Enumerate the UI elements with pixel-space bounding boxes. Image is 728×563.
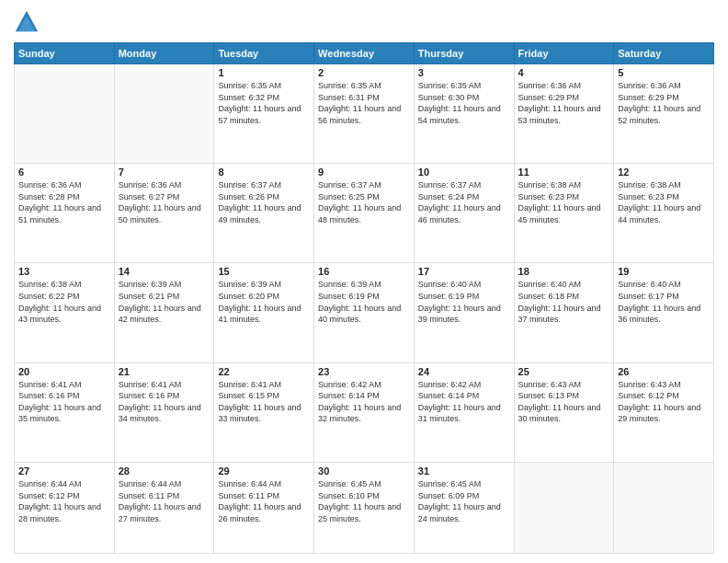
calendar-cell: 12Sunrise: 6:38 AMSunset: 6:23 PMDayligh… — [614, 164, 714, 263]
day-number: 25 — [518, 366, 610, 377]
day-info: Sunrise: 6:40 AMSunset: 6:18 PMDaylight:… — [518, 279, 610, 325]
calendar-cell: 7Sunrise: 6:36 AMSunset: 6:27 PMDaylight… — [114, 164, 214, 263]
day-info: Sunrise: 6:35 AMSunset: 6:31 PMDaylight:… — [318, 80, 410, 126]
day-number: 24 — [418, 366, 510, 377]
day-info: Sunrise: 6:37 AMSunset: 6:24 PMDaylight:… — [418, 179, 510, 225]
calendar-cell — [614, 462, 714, 553]
calendar-cell — [114, 64, 214, 164]
day-info: Sunrise: 6:36 AMSunset: 6:27 PMDaylight:… — [119, 179, 210, 225]
calendar-cell — [15, 64, 115, 164]
calendar-cell: 26Sunrise: 6:43 AMSunset: 6:12 PMDayligh… — [614, 362, 714, 462]
day-info: Sunrise: 6:39 AMSunset: 6:19 PMDaylight:… — [318, 279, 410, 325]
day-number: 12 — [618, 167, 710, 178]
week-row-1: 1Sunrise: 6:35 AMSunset: 6:32 PMDaylight… — [15, 64, 714, 164]
day-number: 26 — [618, 366, 710, 377]
day-info: Sunrise: 6:38 AMSunset: 6:23 PMDaylight:… — [518, 179, 610, 225]
day-number: 9 — [318, 167, 410, 178]
day-info: Sunrise: 6:42 AMSunset: 6:14 PMDaylight:… — [418, 379, 510, 425]
week-row-3: 13Sunrise: 6:38 AMSunset: 6:22 PMDayligh… — [15, 263, 714, 362]
calendar-cell: 5Sunrise: 6:36 AMSunset: 6:29 PMDaylight… — [614, 64, 714, 164]
day-number: 8 — [218, 167, 310, 178]
calendar-table: SundayMondayTuesdayWednesdayThursdayFrid… — [14, 42, 714, 554]
calendar-cell — [514, 462, 614, 553]
calendar-cell: 20Sunrise: 6:41 AMSunset: 6:16 PMDayligh… — [15, 362, 115, 462]
day-number: 4 — [518, 67, 610, 78]
calendar-cell: 19Sunrise: 6:40 AMSunset: 6:17 PMDayligh… — [614, 263, 714, 362]
day-info: Sunrise: 6:39 AMSunset: 6:20 PMDaylight:… — [218, 279, 310, 325]
weekday-header-row: SundayMondayTuesdayWednesdayThursdayFrid… — [15, 43, 714, 64]
calendar-cell: 24Sunrise: 6:42 AMSunset: 6:14 PMDayligh… — [414, 362, 514, 462]
day-info: Sunrise: 6:35 AMSunset: 6:32 PMDaylight:… — [218, 80, 310, 126]
day-number: 30 — [318, 465, 410, 477]
calendar-cell: 23Sunrise: 6:42 AMSunset: 6:14 PMDayligh… — [314, 362, 415, 462]
calendar-cell: 11Sunrise: 6:38 AMSunset: 6:23 PMDayligh… — [514, 164, 614, 263]
calendar-cell: 9Sunrise: 6:37 AMSunset: 6:25 PMDaylight… — [314, 164, 415, 263]
day-number: 16 — [318, 266, 410, 277]
day-info: Sunrise: 6:45 AMSunset: 6:09 PMDaylight:… — [418, 478, 510, 524]
day-info: Sunrise: 6:38 AMSunset: 6:23 PMDaylight:… — [618, 179, 710, 225]
calendar-cell: 30Sunrise: 6:45 AMSunset: 6:10 PMDayligh… — [314, 462, 415, 553]
weekday-header-monday: Monday — [114, 43, 214, 64]
day-info: Sunrise: 6:44 AMSunset: 6:12 PMDaylight:… — [18, 478, 110, 524]
day-info: Sunrise: 6:43 AMSunset: 6:12 PMDaylight:… — [618, 379, 710, 425]
calendar-cell: 6Sunrise: 6:36 AMSunset: 6:28 PMDaylight… — [15, 164, 115, 263]
day-number: 6 — [18, 167, 110, 178]
day-info: Sunrise: 6:36 AMSunset: 6:29 PMDaylight:… — [518, 80, 610, 126]
weekday-header-friday: Friday — [514, 43, 614, 64]
day-number: 7 — [119, 167, 210, 178]
calendar-cell: 4Sunrise: 6:36 AMSunset: 6:29 PMDaylight… — [514, 64, 614, 164]
calendar-cell: 10Sunrise: 6:37 AMSunset: 6:24 PMDayligh… — [414, 164, 514, 263]
calendar-cell: 29Sunrise: 6:44 AMSunset: 6:11 PMDayligh… — [214, 462, 314, 553]
day-info: Sunrise: 6:44 AMSunset: 6:11 PMDaylight:… — [218, 478, 310, 524]
calendar-cell: 2Sunrise: 6:35 AMSunset: 6:31 PMDaylight… — [314, 64, 415, 164]
week-row-2: 6Sunrise: 6:36 AMSunset: 6:28 PMDaylight… — [15, 164, 714, 263]
calendar-cell: 17Sunrise: 6:40 AMSunset: 6:19 PMDayligh… — [414, 263, 514, 362]
day-info: Sunrise: 6:43 AMSunset: 6:13 PMDaylight:… — [518, 379, 610, 425]
calendar-cell: 28Sunrise: 6:44 AMSunset: 6:11 PMDayligh… — [114, 462, 214, 553]
day-info: Sunrise: 6:39 AMSunset: 6:21 PMDaylight:… — [119, 279, 210, 325]
day-info: Sunrise: 6:44 AMSunset: 6:11 PMDaylight:… — [119, 478, 210, 524]
logo — [14, 9, 43, 35]
weekday-header-sunday: Sunday — [15, 43, 115, 64]
day-number: 5 — [618, 67, 710, 78]
calendar-cell: 31Sunrise: 6:45 AMSunset: 6:09 PMDayligh… — [414, 462, 514, 553]
calendar-cell: 18Sunrise: 6:40 AMSunset: 6:18 PMDayligh… — [514, 263, 614, 362]
day-info: Sunrise: 6:37 AMSunset: 6:25 PMDaylight:… — [318, 179, 410, 225]
header — [14, 9, 714, 35]
week-row-4: 20Sunrise: 6:41 AMSunset: 6:16 PMDayligh… — [15, 362, 714, 462]
day-info: Sunrise: 6:41 AMSunset: 6:15 PMDaylight:… — [218, 379, 310, 425]
day-info: Sunrise: 6:42 AMSunset: 6:14 PMDaylight:… — [318, 379, 410, 425]
day-info: Sunrise: 6:41 AMSunset: 6:16 PMDaylight:… — [119, 379, 210, 425]
weekday-header-thursday: Thursday — [414, 43, 514, 64]
day-number: 19 — [618, 266, 710, 277]
day-number: 22 — [218, 366, 310, 377]
day-number: 20 — [18, 366, 110, 377]
weekday-header-wednesday: Wednesday — [314, 43, 415, 64]
day-info: Sunrise: 6:38 AMSunset: 6:22 PMDaylight:… — [18, 279, 110, 325]
day-number: 21 — [119, 366, 210, 377]
weekday-header-saturday: Saturday — [614, 43, 714, 64]
calendar-cell: 13Sunrise: 6:38 AMSunset: 6:22 PMDayligh… — [15, 263, 115, 362]
day-number: 14 — [119, 266, 210, 277]
day-info: Sunrise: 6:36 AMSunset: 6:29 PMDaylight:… — [618, 80, 710, 126]
page: SundayMondayTuesdayWednesdayThursdayFrid… — [0, 0, 728, 563]
day-number: 29 — [218, 465, 310, 477]
day-number: 15 — [218, 266, 310, 277]
day-number: 10 — [418, 167, 510, 178]
weekday-header-tuesday: Tuesday — [214, 43, 314, 64]
day-info: Sunrise: 6:41 AMSunset: 6:16 PMDaylight:… — [18, 379, 110, 425]
day-number: 18 — [518, 266, 610, 277]
day-info: Sunrise: 6:40 AMSunset: 6:17 PMDaylight:… — [618, 279, 710, 325]
week-row-5: 27Sunrise: 6:44 AMSunset: 6:12 PMDayligh… — [15, 462, 714, 553]
day-number: 17 — [418, 266, 510, 277]
calendar-cell: 15Sunrise: 6:39 AMSunset: 6:20 PMDayligh… — [214, 263, 314, 362]
calendar-cell: 1Sunrise: 6:35 AMSunset: 6:32 PMDaylight… — [214, 64, 314, 164]
day-info: Sunrise: 6:45 AMSunset: 6:10 PMDaylight:… — [318, 478, 410, 524]
day-number: 2 — [318, 67, 410, 78]
day-number: 13 — [18, 266, 110, 277]
day-info: Sunrise: 6:36 AMSunset: 6:28 PMDaylight:… — [18, 179, 110, 225]
calendar-cell: 8Sunrise: 6:37 AMSunset: 6:26 PMDaylight… — [214, 164, 314, 263]
calendar-cell: 21Sunrise: 6:41 AMSunset: 6:16 PMDayligh… — [114, 362, 214, 462]
day-number: 3 — [418, 67, 510, 78]
calendar-cell: 14Sunrise: 6:39 AMSunset: 6:21 PMDayligh… — [114, 263, 214, 362]
